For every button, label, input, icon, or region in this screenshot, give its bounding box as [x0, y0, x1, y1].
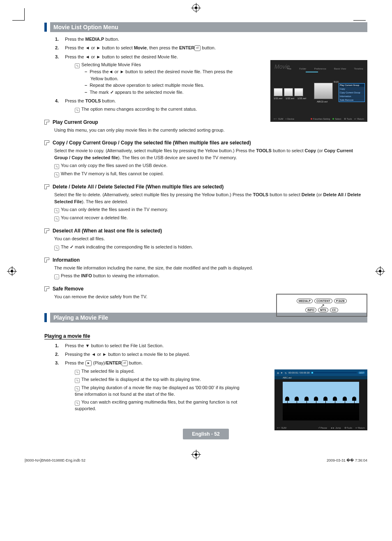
section-bar-icon — [44, 313, 47, 322]
play-icon: ► — [85, 360, 92, 366]
fig-thumbnails — [274, 88, 303, 96]
fig-underline — [306, 72, 318, 72]
remote-btn-cc: CC — [330, 308, 338, 312]
step-text: Press the MEDIA.P button. — [65, 37, 119, 42]
subsection-body: Select the file to delete. (Alternativel… — [54, 191, 367, 221]
section-header: Movie List Option Menu — [44, 22, 367, 32]
gear-icon: ⚙ — [277, 372, 279, 374]
progress-bar — [311, 372, 357, 373]
check-icon: ✓ — [110, 90, 114, 95]
square-bullet-icon — [44, 286, 49, 291]
print-timestamp: 2009-03-31 �� 7:36:04 — [327, 458, 367, 462]
enter-icon: ⏎ — [122, 360, 128, 366]
subsection-header: Information — [44, 257, 367, 263]
remote-btn-info: INFO — [305, 308, 316, 312]
subsection-header: Copy / Copy Current Group / Copy the sel… — [44, 140, 367, 146]
remote-btn-mediap: MEDIA.P — [297, 299, 313, 303]
sub-bullet: –The mark ✓ appears to the selected movi… — [85, 89, 246, 96]
figure-remote: MEDIA.P CONTENT P.SIZE INFO MTS CC ↗ — [276, 294, 367, 317]
subsection-header: Delete / Delete All / Delete Selected Fi… — [44, 184, 367, 190]
player-time: 00:00:01 / 00:05:30 — [288, 372, 310, 374]
play-icon: ► — [281, 372, 283, 374]
note-icon: ✎ — [54, 172, 59, 177]
square-bullet-icon — [44, 258, 49, 262]
fig-selected-thumb: ABCD.avi — [314, 83, 333, 99]
figure-movie-browser: Movie TitleFolderPreferenceBasic ViewTim… — [270, 60, 367, 122]
check-icon: ✓ — [70, 244, 74, 249]
page-number-badge: English - 52 — [183, 429, 228, 439]
sub-title: Selecting Multiple Movie Files — [81, 62, 141, 67]
player-filename: ABC.avi — [274, 376, 367, 379]
fig-context-menu: Play Current Group Copy Copy Current Gro… — [339, 83, 365, 102]
fig-thumb-labels: 1/21.avi1/22.avi1/23.avi — [274, 97, 306, 100]
subsection-body: Select the movie to copy. (Alternatively… — [54, 147, 367, 177]
sub-heading: Playing a movie file — [44, 333, 90, 339]
remote-button-icon: ⌂ — [54, 274, 59, 279]
note-icon: ✎ — [54, 164, 59, 169]
note-icon: ✎ — [75, 108, 80, 113]
section-bar-icon — [44, 23, 47, 32]
steps-list: 1. Press the MEDIA.P button. 2. Press th… — [55, 36, 246, 113]
steps-list: 1.Press the ▼ button to select the File … — [55, 343, 246, 412]
square-bullet-icon — [44, 228, 49, 233]
note-icon: ✎ — [75, 63, 80, 68]
square-bullet-icon — [44, 184, 49, 189]
player-topbar: ⚙ ► ↻ 00:00:01 / 00:05:30 3/37 — [274, 369, 367, 376]
print-file: [8000-NA]BN68-01988E-Eng.indb 52 — [25, 458, 85, 462]
player-page: 3/37 — [358, 372, 365, 374]
note-icon: ✎ — [75, 401, 80, 406]
section-title: Playing a Movie File — [53, 314, 108, 321]
fig-page-indicator: 5/15 — [334, 81, 339, 83]
square-bullet-icon — [44, 140, 49, 145]
player-video-area — [283, 382, 359, 420]
fig-tabs: TitleFolderPreferenceBasic ViewTimeline — [287, 67, 363, 70]
step-text: Press the ◄ or ► button to select Movie,… — [65, 45, 216, 50]
square-bullet-icon — [44, 120, 49, 125]
note-icon: ✎ — [75, 378, 80, 383]
note-icon: ✎ — [75, 386, 80, 391]
step-text: Press the ▼ button to select the File Li… — [65, 343, 164, 348]
figure-player: ⚙ ► ↻ 00:00:01 / 00:05:30 3/37 ABC.avi ⟸… — [274, 369, 367, 430]
remote-btn-content: CONTENT — [314, 299, 332, 303]
sub-bullet: –Repeat the above operation to select mu… — [85, 82, 246, 89]
note-icon: ✎ — [75, 370, 80, 375]
remote-arrow-icon: ↗ — [321, 303, 325, 309]
fig-footer: ⟸ SUM ▪ Device Favorites Setting Select … — [274, 118, 364, 120]
player-footer: ⟸ SUM ⏎ Pause ◄► Jump ⚙ Tools ↩ Return — [277, 427, 365, 429]
step-text: Press the ► (Play)/ENTER⏎ button. — [65, 360, 143, 365]
sub-note: The option menu changes according to the… — [81, 107, 197, 111]
step-text: Pressing the ◄ or ► button to select a m… — [65, 352, 190, 357]
note-icon: ✎ — [54, 246, 59, 251]
enter-icon: ⏎ — [194, 45, 201, 51]
note-icon: ✎ — [54, 208, 59, 213]
step-text: Press the ◄ or ► button to select the de… — [65, 54, 178, 59]
subsection-header: Safe Remove — [44, 286, 367, 292]
loop-icon: ↻ — [285, 372, 287, 374]
section-title: Movie List Option Menu — [53, 24, 118, 30]
step-text: Press the TOOLS button. — [65, 98, 116, 103]
note-icon: ✎ — [54, 216, 59, 221]
subsection-body: Using this menu, you can only play movie… — [54, 127, 367, 134]
remote-btn-psize: P.SIZE — [334, 299, 347, 303]
subsection-body: The movie file information including the… — [54, 265, 256, 280]
registration-mark-icon — [192, 451, 200, 458]
subsection-header: Deselect All (When at least one file is … — [44, 228, 367, 234]
sub-bullet: –Press the◄ or ► button to select the de… — [85, 68, 246, 82]
subsection-body: You can deselect all files. ✎The ✓ mark … — [54, 235, 367, 251]
